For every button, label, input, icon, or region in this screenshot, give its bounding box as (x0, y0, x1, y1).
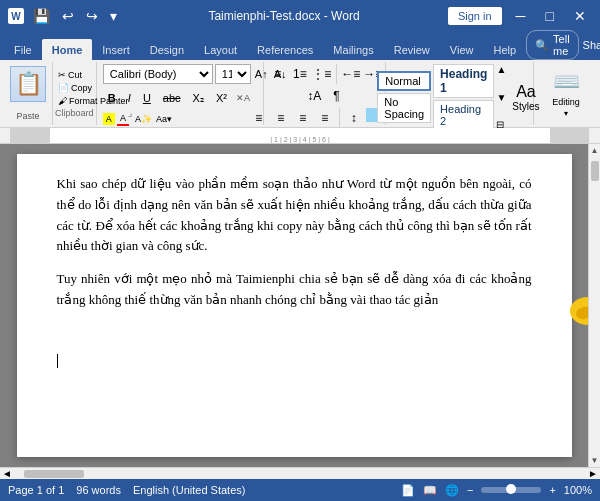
style-normal[interactable]: Normal (377, 71, 431, 91)
tab-review[interactable]: Review (384, 39, 440, 60)
list-row: ≡ 1≡ ⋮≡ ←≡ →≡ (268, 64, 383, 84)
superscript-button[interactable]: X² (211, 88, 232, 108)
titlebar: W 💾 ↩ ↪ ▾ Taimienphi-Test.docx - Word Si… (0, 0, 600, 32)
multilevel-list-button[interactable]: ⋮≡ (312, 64, 332, 84)
titlebar-right: Sign in ─ □ ✕ (448, 7, 592, 25)
ribbon-content: 📋 Paste ✂ Cut 📄 Copy 🖌 Format Painter Cl… (0, 60, 600, 128)
align-center-button[interactable]: ≡ (271, 108, 291, 128)
styles-gallery: Normal No Spacing Heading 1 Heading 2 ▲ … (377, 64, 543, 130)
scroll-thumb[interactable] (591, 161, 599, 181)
print-layout-icon[interactable]: 📄 (401, 484, 415, 497)
font-color-button[interactable]: A (117, 112, 129, 126)
vertical-scrollbar[interactable]: ▲ ▼ (588, 144, 600, 467)
subscript-button[interactable]: X₂ (188, 88, 209, 108)
numbered-list-button[interactable]: 1≡ (290, 64, 310, 84)
sort-button[interactable]: ↕A (304, 86, 324, 106)
tab-view[interactable]: View (440, 39, 484, 60)
restore-button[interactable]: □ (540, 8, 560, 24)
duck-mascot (566, 279, 588, 334)
statusbar: Page 1 of 1 96 words English (United Sta… (0, 479, 600, 501)
tab-references[interactable]: References (247, 39, 323, 60)
scroll-track[interactable] (589, 157, 600, 454)
italic-button[interactable]: I (123, 88, 136, 108)
font-size-select[interactable]: 11 (215, 64, 251, 84)
scroll-up-button[interactable]: ▲ (589, 144, 600, 157)
align-right-button[interactable]: ≡ (293, 108, 313, 128)
bold-button[interactable]: B (103, 88, 121, 108)
web-layout-icon[interactable]: 🌐 (445, 484, 459, 497)
strikethrough-button[interactable]: abc (158, 88, 186, 108)
zoom-in-button[interactable]: + (549, 484, 555, 496)
tab-file[interactable]: File (4, 39, 42, 60)
hscroll-left-button[interactable]: ◄ (0, 468, 14, 479)
titlebar-left: W 💾 ↩ ↪ ▾ (8, 8, 120, 24)
document-area[interactable]: Khi sao chép dữ liệu vào phần mềm soạn t… (0, 144, 588, 467)
save-quick-btn[interactable]: 💾 (30, 8, 53, 24)
justify-button[interactable]: ≡ (315, 108, 335, 128)
statusbar-right: 📄 📖 🌐 − + 100% (401, 484, 592, 497)
paragraph-1: Khi sao chép dữ liệu vào phần mềm soạn t… (57, 174, 532, 257)
share-button[interactable]: Share (583, 39, 600, 51)
align-left-button[interactable]: ≡ (249, 108, 269, 128)
tab-insert[interactable]: Insert (92, 39, 140, 60)
style-heading1[interactable]: Heading 1 (433, 64, 494, 98)
zoom-slider-thumb[interactable] (506, 484, 516, 494)
tell-me-button[interactable]: 🔍 Tell me (526, 30, 579, 60)
ruler-scale: | 1 | 2 | 3 | 4 | 5 | 6 | (50, 128, 550, 143)
style-no-spacing[interactable]: No Spacing (377, 93, 431, 123)
cursor-paragraph[interactable] (57, 351, 532, 372)
styles-scroll-down[interactable]: ▼ (496, 92, 506, 103)
sort-row: ↕A ¶ (304, 86, 346, 106)
zoom-out-button[interactable]: − (467, 484, 473, 496)
undo-quick-btn[interactable]: ↩ (59, 8, 77, 24)
tab-help[interactable]: Help (483, 39, 526, 60)
document-title: Taimienphi-Test.docx - Word (120, 9, 448, 23)
hscroll-thumb[interactable] (24, 470, 84, 478)
font-controls: Calibri (Body) 11 A↑ A↓ B I U abc X₂ X² … (103, 64, 259, 126)
tab-home[interactable]: Home (42, 39, 93, 60)
tab-layout[interactable]: Layout (194, 39, 247, 60)
bullet-list-button[interactable]: ≡ (268, 64, 288, 84)
minimize-button[interactable]: ─ (510, 8, 532, 24)
change-case-button[interactable]: Aa▾ (156, 114, 172, 124)
zoom-slider[interactable] (481, 487, 541, 493)
horizontal-scrollbar[interactable]: ◄ ► (0, 467, 600, 479)
ruler-body: | 1 | 2 | 3 | 4 | 5 | 6 | (10, 128, 590, 143)
signin-button[interactable]: Sign in (448, 7, 502, 25)
styles-group: Normal No Spacing Heading 1 Heading 2 ▲ … (388, 62, 534, 125)
font-name-select[interactable]: Calibri (Body) (103, 64, 213, 84)
text-effects-button[interactable]: A✨ (135, 114, 152, 124)
style-heading2[interactable]: Heading 2 (433, 100, 494, 130)
scroll-down-button[interactable]: ▼ (589, 454, 600, 467)
font-group: Calibri (Body) 11 A↑ A↓ B I U abc X₂ X² … (99, 62, 264, 125)
paste-section: 📋 Paste (4, 62, 53, 125)
page-indicator[interactable]: Page 1 of 1 (8, 484, 64, 496)
highlight-button[interactable]: A (103, 113, 115, 125)
editing-button[interactable]: ⌨️ Editing ▾ (552, 69, 580, 118)
text-cursor (57, 354, 58, 368)
show-formatting-button[interactable]: ¶ (326, 86, 346, 106)
font-name-row: Calibri (Body) 11 A↑ A↓ (103, 64, 289, 84)
close-button[interactable]: ✕ (568, 8, 592, 24)
paste-button[interactable]: 📋 (10, 66, 46, 102)
hscroll-right-button[interactable]: ► (586, 468, 600, 479)
styles-scroll-up[interactable]: ▲ (496, 64, 506, 75)
paste-label[interactable]: Paste (16, 111, 39, 121)
redo-quick-btn[interactable]: ↪ (83, 8, 101, 24)
scissors-icon: ✂ (58, 70, 66, 80)
decrease-indent-button[interactable]: ←≡ (341, 64, 361, 84)
tab-design[interactable]: Design (140, 39, 194, 60)
zoom-level[interactable]: 100% (564, 484, 592, 496)
language-indicator[interactable]: English (United States) (133, 484, 246, 496)
document-page[interactable]: Khi sao chép dữ liệu vào phần mềm soạn t… (17, 154, 572, 457)
read-mode-icon[interactable]: 📖 (423, 484, 437, 497)
line-spacing-button[interactable]: ↕ (344, 108, 364, 128)
right-margin (550, 128, 590, 143)
underline-button[interactable]: U (138, 88, 156, 108)
copy-icon: 📄 (58, 83, 69, 93)
word-count[interactable]: 96 words (76, 484, 121, 496)
clear-format-button[interactable]: ✕A (236, 93, 250, 103)
customize-quick-btn[interactable]: ▾ (107, 8, 120, 24)
ribbon-tabs: File Home Insert Design Layout Reference… (0, 32, 600, 60)
tab-mailings[interactable]: Mailings (323, 39, 383, 60)
